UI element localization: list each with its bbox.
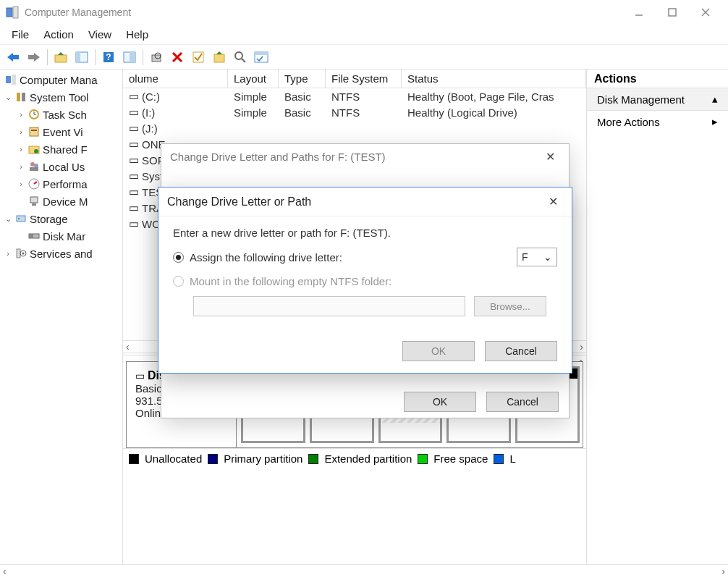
dialog-inner-title: Change Drive Letter or Path — [167, 195, 311, 209]
open-button[interactable] — [209, 47, 229, 67]
tree-disk-management[interactable]: Disk Mar — [0, 227, 122, 245]
legend-label: L — [509, 452, 515, 465]
svg-point-46 — [18, 218, 20, 219]
back-button[interactable] — [3, 47, 23, 67]
tree-performance[interactable]: ›Performa — [0, 175, 122, 193]
col-filesystem[interactable]: File System — [326, 70, 402, 88]
legend-label: Extended partition — [324, 452, 412, 465]
svg-rect-40 — [30, 167, 38, 171]
tree-local-users[interactable]: ›Local Us — [0, 158, 122, 175]
search-button[interactable] — [230, 47, 250, 67]
svg-rect-1 — [13, 7, 18, 18]
check-button[interactable] — [188, 47, 208, 67]
properties-button[interactable] — [119, 47, 140, 67]
actions-more[interactable]: More Actions ▸ — [587, 111, 728, 132]
window-title: Computer Management — [25, 7, 622, 18]
collapse-icon: ▴ — [712, 93, 718, 106]
col-layout[interactable]: Layout — [228, 70, 279, 88]
svg-rect-21 — [214, 54, 224, 62]
actions-primary[interactable]: Disk Management ▴ — [587, 88, 728, 111]
svg-rect-27 — [6, 76, 11, 83]
close-icon[interactable]: ✕ — [543, 195, 563, 209]
legend-swatch — [208, 454, 218, 464]
settings-window-button[interactable] — [251, 47, 271, 67]
col-status[interactable]: Status — [402, 70, 586, 88]
tree-event-viewer[interactable]: ›Event Vi — [0, 123, 122, 140]
actions-header: Actions — [587, 70, 728, 88]
tree-system-tools[interactable]: ⌄ System Tool — [0, 88, 122, 106]
radio-assign-letter[interactable] — [173, 252, 184, 263]
svg-point-37 — [34, 149, 38, 153]
tree-root[interactable]: Computer Mana — [0, 71, 122, 88]
inner-ok-button[interactable]: OK — [402, 341, 475, 361]
collapse-icon[interactable]: ⌄ — [3, 214, 13, 224]
minimize-button[interactable] — [622, 1, 656, 23]
up-folder-button[interactable] — [51, 47, 71, 67]
tree-label: Task Sch — [43, 109, 87, 121]
expand-icon[interactable]: › — [16, 180, 26, 188]
svg-marker-9 — [58, 52, 64, 55]
svg-rect-30 — [22, 93, 25, 101]
scroll-up-icon[interactable]: ˄ — [578, 358, 583, 370]
performance-icon — [27, 177, 41, 190]
show-hide-tree-button[interactable] — [72, 47, 92, 67]
nav-tree: Computer Mana ⌄ System Tool ›Task Sch ›E… — [0, 70, 123, 564]
tree-services[interactable]: ›Services and — [0, 245, 122, 262]
computer-icon — [4, 73, 17, 86]
close-icon[interactable]: ✕ — [540, 150, 560, 164]
expand-icon[interactable]: › — [16, 127, 26, 136]
tree-shared-folders[interactable]: ›Shared F — [0, 140, 122, 158]
tree-task-scheduler[interactable]: ›Task Sch — [0, 106, 122, 123]
close-button[interactable] — [689, 1, 722, 23]
drive-letter-dropdown[interactable]: F ⌄ — [517, 248, 557, 266]
table-row[interactable]: ▭(I:)SimpleBasicNTFSHealthy (Logical Dri… — [123, 104, 586, 120]
col-volume[interactable]: olume — [123, 70, 228, 88]
collapse-icon[interactable]: ⌄ — [3, 93, 13, 102]
clock-icon — [27, 108, 41, 121]
svg-point-23 — [235, 52, 242, 59]
table-row[interactable]: ▭(J:) — [123, 120, 586, 136]
delete-button[interactable] — [167, 47, 187, 67]
legend-swatch — [418, 454, 428, 464]
cell-fs: NTFS — [326, 104, 402, 120]
expand-icon[interactable]: › — [3, 249, 13, 258]
svg-rect-3 — [669, 9, 676, 16]
outer-cancel-button[interactable]: Cancel — [486, 392, 559, 412]
expand-icon[interactable]: › — [16, 145, 26, 153]
tree-label: Device M — [43, 195, 88, 208]
menubar: File Action View Help — [0, 25, 728, 45]
svg-rect-29 — [17, 93, 20, 101]
svg-rect-44 — [32, 203, 36, 206]
tree-label: Services and — [30, 248, 93, 260]
legend-label: Unallocated — [145, 452, 202, 465]
menu-help[interactable]: Help — [119, 26, 156, 43]
menu-view[interactable]: View — [81, 26, 119, 43]
menu-file[interactable]: File — [4, 26, 36, 43]
expand-icon[interactable]: › — [16, 162, 26, 171]
cell-type: Basic — [279, 104, 326, 120]
inner-cancel-button[interactable]: Cancel — [485, 341, 557, 361]
refresh-button[interactable] — [146, 47, 166, 67]
forward-button[interactable] — [24, 47, 44, 67]
cell-volume: ▭(C:) — [123, 88, 228, 104]
cell-volume: ▭(I:) — [123, 104, 228, 120]
svg-rect-35 — [31, 130, 37, 131]
svg-rect-34 — [30, 127, 38, 136]
svg-point-51 — [22, 253, 25, 255]
cell-type — [279, 120, 326, 136]
col-type[interactable]: Type — [279, 70, 326, 88]
maximize-button[interactable] — [656, 1, 689, 23]
tree-device-manager[interactable]: Device M — [0, 193, 122, 210]
radio-mount-folder[interactable] — [173, 276, 184, 287]
table-row[interactable]: ▭(C:)SimpleBasicNTFSHealthy (Boot, Page … — [123, 88, 586, 104]
menu-action[interactable]: Action — [36, 26, 81, 43]
tree-storage[interactable]: ⌄Storage — [0, 210, 122, 227]
outer-ok-button[interactable]: OK — [404, 392, 476, 412]
window-hscroll[interactable]: ‹› — [0, 564, 728, 577]
help-button[interactable]: ? — [98, 47, 119, 67]
services-icon — [14, 247, 27, 260]
app-icon — [6, 6, 19, 19]
tree-label: Storage — [30, 213, 68, 225]
expand-icon[interactable]: › — [16, 110, 26, 119]
tree-label: Shared F — [43, 143, 88, 156]
